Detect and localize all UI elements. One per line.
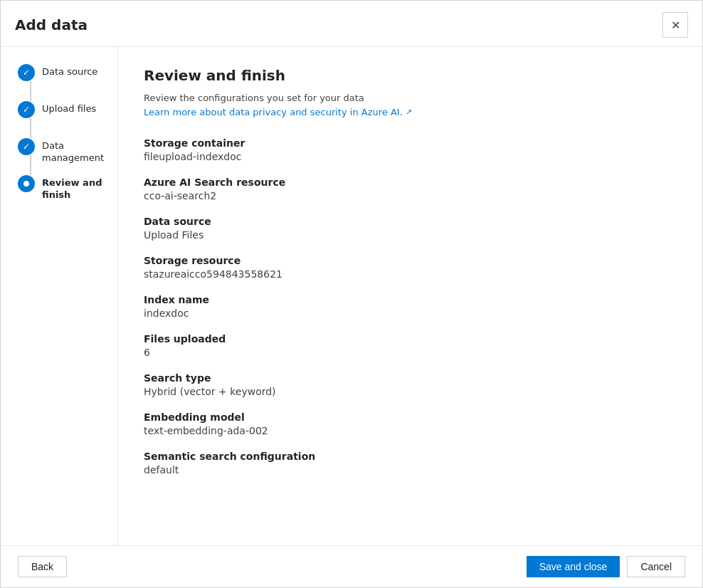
config-value-7: text-embedding-ada-002 bbox=[144, 425, 677, 436]
dialog-title: Add data bbox=[15, 16, 88, 33]
step-indicator-data-management: ✓ bbox=[18, 138, 35, 175]
cancel-button[interactable]: Cancel bbox=[627, 556, 685, 577]
config-value-3: stazureaicco594843558621 bbox=[144, 268, 677, 280]
config-item-3: Storage resourcestazureaicco594843558621 bbox=[144, 255, 677, 280]
step-connector-2 bbox=[30, 118, 31, 138]
config-label-3: Storage resource bbox=[144, 255, 677, 266]
dialog-header: Add data ✕ bbox=[1, 1, 702, 47]
step-circle-data-management: ✓ bbox=[18, 138, 35, 155]
config-label-5: Files uploaded bbox=[144, 333, 677, 345]
step-item-data-management: ✓ Data management bbox=[18, 138, 117, 175]
checkmark-icon-2: ✓ bbox=[23, 105, 30, 115]
step-label-upload-files: Upload files bbox=[42, 101, 96, 115]
config-value-5: 6 bbox=[144, 347, 677, 358]
step-indicator-data-source: ✓ bbox=[18, 64, 35, 101]
config-label-0: Storage container bbox=[144, 137, 677, 149]
config-item-1: Azure AI Search resourcecco-ai-search2 bbox=[144, 177, 677, 201]
step-connector-3 bbox=[30, 155, 31, 175]
step-circle-review-finish bbox=[18, 175, 35, 192]
step-connector-1 bbox=[30, 81, 31, 101]
config-value-4: indexdoc bbox=[144, 308, 677, 319]
config-item-5: Files uploaded6 bbox=[144, 333, 677, 358]
section-description: Review the configurations you set for yo… bbox=[144, 93, 677, 103]
step-item-upload-files: ✓ Upload files bbox=[18, 101, 117, 138]
config-label-2: Data source bbox=[144, 216, 677, 227]
learn-more-link[interactable]: Learn more about data privacy and securi… bbox=[144, 107, 412, 117]
config-label-6: Search type bbox=[144, 372, 677, 384]
step-circle-upload-files: ✓ bbox=[18, 101, 35, 118]
checkmark-icon-3: ✓ bbox=[23, 142, 30, 152]
config-value-1: cco-ai-search2 bbox=[144, 190, 677, 201]
config-item-7: Embedding modeltext-embedding-ada-002 bbox=[144, 411, 677, 436]
active-dot bbox=[23, 181, 29, 187]
config-value-0: fileupload-indexdoc bbox=[144, 151, 677, 162]
dialog-footer: Back Save and close Cancel bbox=[1, 545, 702, 587]
step-item-data-source: ✓ Data source bbox=[18, 64, 117, 101]
config-item-6: Search typeHybrid (vector + keyword) bbox=[144, 372, 677, 397]
learn-more-text: Learn more about data privacy and securi… bbox=[144, 107, 403, 117]
config-item-8: Semantic search configurationdefault bbox=[144, 451, 677, 476]
step-label-review-finish: Review and finish bbox=[42, 175, 117, 201]
main-content: Review and finish Review the configurati… bbox=[118, 47, 702, 545]
step-label-data-management: Data management bbox=[42, 138, 117, 164]
config-list: Storage containerfileupload-indexdocAzur… bbox=[144, 137, 677, 476]
add-data-dialog: Add data ✕ ✓ Data source bbox=[0, 0, 703, 588]
config-value-6: Hybrid (vector + keyword) bbox=[144, 386, 677, 397]
config-value-2: Upload Files bbox=[144, 229, 677, 241]
step-circle-data-source: ✓ bbox=[18, 64, 35, 81]
external-link-icon: ↗ bbox=[406, 107, 412, 117]
config-item-0: Storage containerfileupload-indexdoc bbox=[144, 137, 677, 162]
sidebar: ✓ Data source ✓ Upload files bbox=[1, 47, 118, 545]
checkmark-icon: ✓ bbox=[23, 68, 30, 78]
step-item-review-finish: Review and finish bbox=[18, 175, 117, 201]
config-label-4: Index name bbox=[144, 294, 677, 305]
step-label-data-source: Data source bbox=[42, 64, 97, 78]
config-item-2: Data sourceUpload Files bbox=[144, 216, 677, 241]
dialog-body: ✓ Data source ✓ Upload files bbox=[1, 47, 702, 545]
config-value-8: default bbox=[144, 464, 677, 476]
step-indicator-review-finish bbox=[18, 175, 35, 192]
config-label-1: Azure AI Search resource bbox=[144, 177, 677, 188]
save-close-button[interactable]: Save and close bbox=[527, 556, 620, 577]
config-label-7: Embedding model bbox=[144, 411, 677, 423]
section-title: Review and finish bbox=[144, 67, 677, 84]
config-label-8: Semantic search configuration bbox=[144, 451, 677, 462]
back-button[interactable]: Back bbox=[18, 556, 67, 577]
close-button[interactable]: ✕ bbox=[662, 12, 688, 38]
step-indicator-upload-files: ✓ bbox=[18, 101, 35, 138]
config-item-4: Index nameindexdoc bbox=[144, 294, 677, 319]
footer-right: Save and close Cancel bbox=[527, 556, 685, 577]
close-icon: ✕ bbox=[671, 19, 680, 32]
